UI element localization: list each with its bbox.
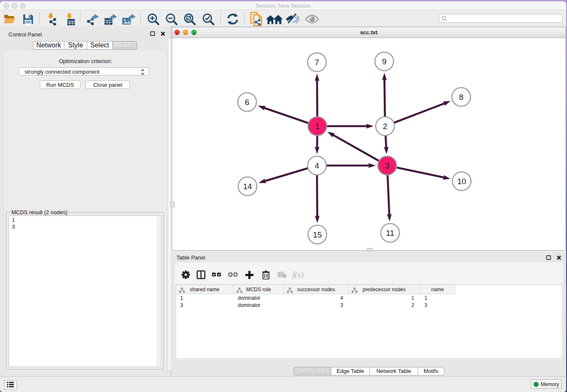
- svg-text:14: 14: [243, 182, 252, 191]
- svg-text:3: 3: [385, 161, 390, 170]
- svg-text:11: 11: [386, 229, 394, 237]
- svg-text:10: 10: [457, 177, 466, 186]
- svg-text:15: 15: [313, 230, 322, 239]
- svg-text:4: 4: [315, 161, 319, 170]
- svg-text:8: 8: [459, 93, 464, 102]
- svg-text:9: 9: [382, 57, 387, 66]
- svg-text:2: 2: [383, 122, 388, 131]
- svg-text:7: 7: [315, 58, 319, 67]
- svg-text:6: 6: [245, 98, 250, 107]
- svg-text:1: 1: [315, 122, 320, 131]
